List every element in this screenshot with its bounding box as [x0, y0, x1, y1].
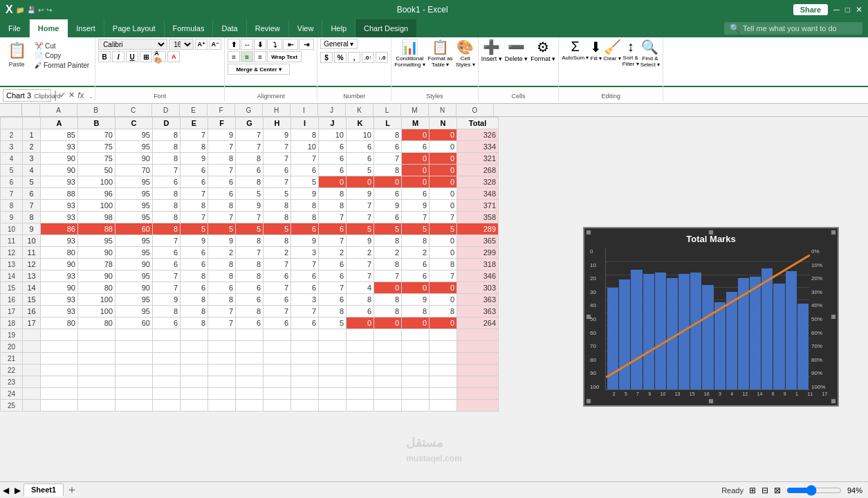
- table-cell[interactable]: [78, 376, 116, 388]
- table-cell[interactable]: 100: [78, 176, 116, 188]
- table-cell[interactable]: 7: [208, 212, 236, 223]
- tab-view[interactable]: View: [289, 19, 323, 37]
- table-cell[interactable]: 5: [430, 223, 457, 235]
- table-cell[interactable]: 6: [181, 176, 208, 188]
- table-cell[interactable]: [374, 376, 402, 388]
- table-cell[interactable]: [208, 329, 236, 341]
- table-cell[interactable]: 7: [208, 141, 236, 153]
- table-cell[interactable]: 88: [41, 188, 78, 200]
- table-cell[interactable]: 2: [374, 247, 402, 259]
- table-cell[interactable]: [23, 365, 41, 376]
- tab-formulas[interactable]: Formulas: [165, 19, 214, 37]
- table-cell[interactable]: 6: [402, 141, 430, 153]
- table-cell[interactable]: 8: [181, 306, 208, 317]
- underline-button[interactable]: U: [126, 51, 138, 62]
- indent-increase-button[interactable]: ⇥: [299, 39, 314, 50]
- close-icon[interactable]: ✕: [856, 5, 862, 15]
- table-cell[interactable]: 6: [264, 270, 291, 282]
- table-cell[interactable]: [347, 341, 374, 353]
- table-cell[interactable]: [402, 376, 430, 388]
- table-cell[interactable]: 80: [41, 317, 78, 329]
- table-cell[interactable]: 6: [236, 282, 264, 294]
- table-cell[interactable]: [457, 365, 499, 376]
- table-cell[interactable]: 5: [208, 223, 236, 235]
- table-cell[interactable]: [236, 353, 264, 365]
- align-center-button[interactable]: ≡: [241, 51, 253, 62]
- table-cell[interactable]: [319, 329, 347, 341]
- table-cell[interactable]: 5: [291, 176, 319, 188]
- table-cell[interactable]: 0: [402, 129, 430, 141]
- table-cell[interactable]: 299: [457, 247, 499, 259]
- table-cell[interactable]: 95: [116, 212, 153, 223]
- table-cell[interactable]: 85: [41, 129, 78, 141]
- table-cell[interactable]: 8: [208, 200, 236, 212]
- table-cell[interactable]: 6: [181, 259, 208, 270]
- table-cell[interactable]: 8: [236, 153, 264, 165]
- font-grow-button[interactable]: A⁺: [195, 39, 207, 50]
- increase-decimal-button[interactable]: .0↑: [362, 52, 374, 63]
- table-cell[interactable]: 363: [457, 306, 499, 317]
- col-header-E[interactable]: D: [152, 104, 180, 116]
- table-cell[interactable]: [430, 353, 457, 365]
- tab-home[interactable]: Home: [30, 19, 68, 37]
- table-cell[interactable]: 6: [319, 270, 347, 282]
- table-cell[interactable]: 93: [41, 200, 78, 212]
- table-cell[interactable]: 3: [23, 153, 41, 165]
- table-cell[interactable]: [374, 353, 402, 365]
- table-cell[interactable]: 8: [264, 212, 291, 223]
- table-cell[interactable]: 2: [264, 247, 291, 259]
- table-cell[interactable]: 0: [402, 153, 430, 165]
- header-cell[interactable]: A: [41, 118, 78, 129]
- table-cell[interactable]: 3: [291, 247, 319, 259]
- col-header-J[interactable]: I: [290, 104, 318, 116]
- table-cell[interactable]: 100: [78, 306, 116, 317]
- table-cell[interactable]: 13: [23, 270, 41, 282]
- cell-styles-button[interactable]: 🎨 CellStyles ▾: [456, 39, 475, 68]
- wrap-text-button[interactable]: Wrap Text: [267, 51, 302, 62]
- table-cell[interactable]: [78, 365, 116, 376]
- header-cell[interactable]: M: [402, 118, 430, 129]
- table-cell[interactable]: 6: [264, 294, 291, 306]
- tab-file[interactable]: File: [0, 19, 30, 37]
- table-cell[interactable]: 7: [319, 282, 347, 294]
- table-cell[interactable]: 78: [78, 259, 116, 270]
- table-cell[interactable]: 93: [41, 306, 78, 317]
- col-header-N[interactable]: M: [401, 104, 429, 116]
- table-cell[interactable]: 95: [116, 270, 153, 282]
- table-cell[interactable]: 6: [181, 165, 208, 176]
- table-cell[interactable]: [41, 376, 78, 388]
- table-cell[interactable]: 6: [402, 259, 430, 270]
- table-cell[interactable]: 2: [347, 247, 374, 259]
- table-cell[interactable]: 7: [264, 259, 291, 270]
- table-cell[interactable]: [402, 341, 430, 353]
- table-cell[interactable]: 8: [402, 235, 430, 247]
- table-cell[interactable]: 6: [181, 247, 208, 259]
- table-cell[interactable]: 10: [319, 129, 347, 141]
- table-cell[interactable]: 2: [319, 247, 347, 259]
- table-cell[interactable]: [153, 400, 181, 412]
- table-cell[interactable]: [264, 329, 291, 341]
- table-cell[interactable]: 60: [116, 223, 153, 235]
- table-cell[interactable]: 3: [291, 294, 319, 306]
- table-cell[interactable]: 289: [457, 223, 499, 235]
- table-cell[interactable]: 346: [457, 270, 499, 282]
- table-cell[interactable]: 7: [319, 212, 347, 223]
- table-cell[interactable]: 0: [374, 317, 402, 329]
- table-cell[interactable]: [23, 353, 41, 365]
- table-cell[interactable]: 60: [116, 317, 153, 329]
- header-cell[interactable]: D: [153, 118, 181, 129]
- table-cell[interactable]: 2: [402, 247, 430, 259]
- table-cell[interactable]: [402, 400, 430, 412]
- table-cell[interactable]: 0: [430, 165, 457, 176]
- header-cell[interactable]: J: [319, 118, 347, 129]
- table-cell[interactable]: 0: [430, 235, 457, 247]
- table-cell[interactable]: [208, 353, 236, 365]
- table-cell[interactable]: 7: [347, 200, 374, 212]
- table-cell[interactable]: 90: [116, 259, 153, 270]
- table-cell[interactable]: 7: [319, 235, 347, 247]
- table-cell[interactable]: [264, 353, 291, 365]
- table-cell[interactable]: [236, 365, 264, 376]
- table-cell[interactable]: 8: [402, 306, 430, 317]
- align-top-button[interactable]: ⬆: [228, 39, 240, 50]
- table-cell[interactable]: 0: [430, 282, 457, 294]
